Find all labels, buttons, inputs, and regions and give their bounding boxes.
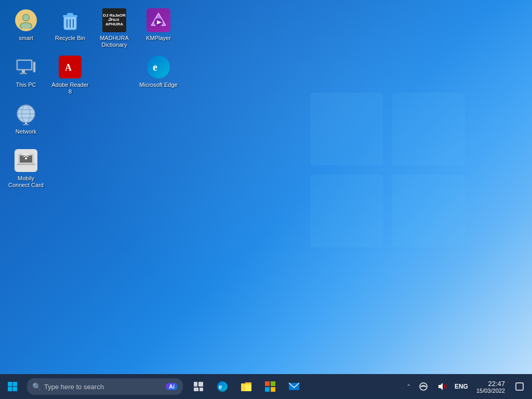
svg-point-34	[25, 157, 27, 159]
language-indicator[interactable]: ENG	[453, 382, 470, 391]
svg-rect-58	[516, 383, 523, 390]
taskbar-apps: e	[187, 375, 305, 398]
clock-date: 15/03/2022	[476, 388, 505, 394]
svg-rect-35	[8, 382, 12, 387]
desktop-icon-madhura-dictionary[interactable]: DJ RaJaORమాధురAPHURA MADHURA Dictionary	[94, 5, 135, 49]
system-tray: ⌃ ENG 22:47 15/03/2022	[404, 378, 532, 395]
svg-rect-3	[392, 175, 465, 247]
this-pc-icon	[14, 55, 38, 79]
svg-marker-55	[438, 383, 443, 390]
svg-text:e: e	[219, 383, 222, 391]
taskbar-search[interactable]: 🔍 Type here to search Ai	[27, 378, 183, 395]
desktop-icon-recycle-bin[interactable]: Recycle Bin	[49, 5, 91, 49]
icon-row-2: Network	[5, 99, 179, 143]
microsoft-edge-icon-label: Microsoft Edge	[139, 82, 177, 88]
svg-point-6	[23, 15, 29, 21]
desktop-icons-container: smart Recycle Bin	[5, 5, 179, 190]
windows-logo-watermark	[298, 42, 480, 301]
svg-rect-21	[33, 62, 35, 72]
desktop: smart Recycle Bin	[0, 0, 532, 374]
icon-row-3: Mobily Connect Card	[5, 145, 179, 190]
file-explorer-button[interactable]	[235, 375, 258, 398]
svg-rect-38	[13, 387, 18, 392]
smart-icon-label: smart	[19, 35, 33, 42]
desktop-icon-mobily-connect[interactable]: Mobily Connect Card	[5, 145, 47, 190]
search-placeholder-text: Type here to search	[44, 383, 104, 391]
svg-text:e: e	[153, 61, 157, 73]
svg-rect-40	[198, 382, 203, 387]
network-tray-icon[interactable]	[415, 378, 432, 395]
adobe-reader-icon-label: Adobe Reader 8	[51, 82, 90, 95]
svg-rect-48	[265, 381, 270, 386]
desktop-icon-smart[interactable]: smart	[5, 5, 47, 49]
madhura-dictionary-icon: DJ RaJaORమాధురAPHURA	[102, 8, 127, 33]
svg-rect-36	[13, 382, 18, 387]
svg-rect-51	[271, 387, 275, 392]
svg-rect-47	[245, 382, 251, 384]
this-pc-icon-label: This PC	[16, 82, 36, 88]
icon-row-1: This PC A Adobe Reader 8	[5, 52, 179, 96]
desktop-icon-this-pc[interactable]: This PC	[5, 52, 47, 96]
recycle-bin-icon	[58, 8, 83, 33]
search-icon: 🔍	[32, 382, 41, 391]
system-clock[interactable]: 22:47 15/03/2022	[472, 380, 509, 394]
desktop-icon-microsoft-edge[interactable]: e Microsoft Edge	[138, 52, 179, 96]
svg-text:A: A	[65, 62, 72, 73]
svg-rect-30	[23, 124, 29, 125]
ai-badge: Ai	[166, 383, 178, 390]
svg-rect-10	[67, 13, 73, 16]
icon-row-0: smart Recycle Bin	[5, 5, 179, 49]
svg-rect-39	[194, 382, 197, 387]
madhura-dictionary-icon-label: MADHURA Dictionary	[95, 35, 134, 48]
edge-taskbar-button[interactable]: e	[211, 375, 234, 398]
desktop-icon-kmplayer[interactable]: KMPlayer	[138, 5, 179, 49]
task-view-button[interactable]	[187, 375, 210, 398]
desktop-icon-network[interactable]: Network	[5, 99, 47, 143]
svg-rect-42	[200, 388, 203, 391]
recycle-bin-icon-label: Recycle Bin	[55, 35, 85, 42]
svg-rect-2	[310, 175, 383, 247]
desktop-icon-adobe-reader[interactable]: A Adobe Reader 8	[49, 52, 91, 96]
svg-rect-49	[271, 381, 275, 386]
mobily-connect-icon	[14, 148, 38, 173]
mail-button[interactable]	[283, 375, 305, 398]
clock-time: 22:47	[488, 380, 505, 388]
microsoft-store-button[interactable]	[259, 375, 282, 398]
volume-tray-icon[interactable]	[434, 378, 450, 395]
svg-rect-19	[22, 70, 25, 73]
svg-rect-1	[392, 92, 465, 165]
kmplayer-icon	[146, 8, 171, 33]
svg-rect-50	[265, 387, 270, 392]
smart-icon	[14, 8, 38, 33]
svg-rect-0	[310, 92, 383, 165]
adobe-reader-icon: A	[58, 55, 83, 79]
mobily-connect-icon-label: Mobily Connect Card	[7, 175, 46, 189]
kmplayer-icon-label: KMPlayer	[146, 35, 171, 42]
start-button[interactable]	[0, 374, 25, 399]
empty-slot-1-2	[94, 52, 135, 96]
network-icon	[14, 101, 38, 126]
svg-rect-18	[18, 61, 31, 69]
taskbar: 🔍 Type here to search Ai	[0, 374, 532, 399]
svg-rect-33	[17, 164, 35, 165]
svg-rect-20	[20, 73, 27, 74]
show-hidden-icons-button[interactable]: ⌃	[404, 381, 413, 392]
network-icon-label: Network	[16, 128, 36, 135]
svg-rect-37	[8, 387, 12, 392]
svg-rect-41	[194, 388, 198, 391]
microsoft-edge-icon: e	[146, 55, 171, 79]
notification-center-button[interactable]	[511, 378, 528, 395]
